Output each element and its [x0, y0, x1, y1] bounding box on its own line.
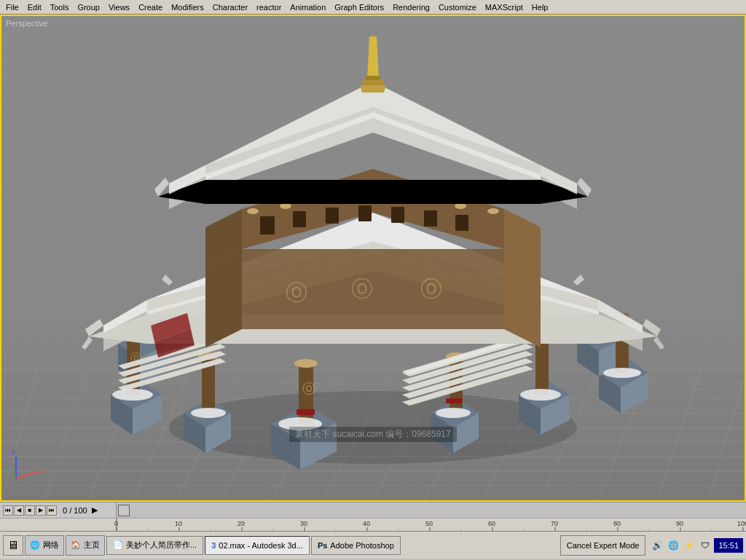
photoshop-label: Adobe Photoshop: [330, 541, 393, 550]
svg-point-139: [436, 408, 471, 418]
max-icon: 3: [211, 541, 216, 550]
svg-marker-126: [242, 249, 504, 329]
menu-graph-editors[interactable]: Graph Editors: [330, 1, 388, 13]
ruler-svg: 0 10 20 30 40 50 60 70 80: [0, 518, 746, 531]
home-item[interactable]: 🏠 主页: [66, 535, 105, 556]
menu-character[interactable]: Character: [208, 1, 252, 13]
menu-file[interactable]: File: [1, 1, 23, 13]
taskbar: 🖥 🌐 网络 🏠 主页 📄 美妙个人简历带作... 3 02.max - Aut…: [0, 531, 746, 559]
start-icon[interactable]: 🖥: [3, 535, 23, 556]
tray-icon-1[interactable]: 🔊: [650, 538, 664, 553]
svg-rect-99: [326, 208, 339, 224]
svg-marker-115: [158, 180, 588, 204]
menu-customize[interactable]: Customize: [434, 1, 481, 13]
menu-animation[interactable]: Animation: [286, 1, 330, 13]
svg-point-141: [603, 368, 641, 378]
menu-bar: File Edit Tools Group Views Create Modif…: [0, 0, 746, 15]
svg-rect-97: [260, 216, 275, 234]
svg-rect-98: [293, 211, 306, 227]
menu-group[interactable]: Group: [73, 1, 104, 13]
photoshop-taskbar-btn[interactable]: Ps Adobe Photoshop: [311, 536, 401, 555]
menu-help[interactable]: Help: [527, 1, 553, 13]
personal-icon: 📄: [113, 540, 123, 550]
personal-taskbar-btn[interactable]: 📄 美妙个人简历带作...: [106, 536, 203, 555]
timeline-track[interactable]: [117, 502, 746, 518]
max-label: 02.max - Autodesk 3d...: [219, 541, 303, 550]
stop-button[interactable]: ■: [25, 505, 35, 516]
cancel-expert-label: Cancel Expert Mode: [567, 541, 640, 550]
svg-point-136: [112, 389, 153, 401]
menu-modifiers[interactable]: Modifiers: [167, 1, 208, 13]
svg-marker-125: [360, 85, 386, 92]
personal-label: 美妙个人简历带作...: [126, 540, 197, 551]
svg-line-146: [10, 473, 16, 478]
play-forward-button[interactable]: ▶: [36, 505, 46, 516]
play-back-button[interactable]: ◀: [14, 505, 24, 516]
prev-frame-button[interactable]: ⏮: [3, 505, 13, 516]
next-frame-button[interactable]: ⏭: [47, 505, 57, 516]
menu-maxscript[interactable]: MAXScript: [481, 1, 527, 13]
scene-canvas[interactable]: ⓞ ⓞ: [1, 16, 745, 500]
max-taskbar-btn[interactable]: 3 02.max - Autodesk 3d...: [205, 536, 310, 555]
menu-tools[interactable]: Tools: [46, 1, 74, 13]
svg-text:ⓞ: ⓞ: [351, 277, 373, 301]
taskbar-items: 🌐 网络 🏠 主页 📄 美妙个人简历带作... 3 02.max - Autod…: [25, 535, 559, 556]
viewport-label: Perspective: [6, 19, 47, 28]
svg-text:10: 10: [175, 520, 182, 527]
menu-create[interactable]: Create: [134, 1, 167, 13]
playback-controls: ⏮ ◀ ■ ▶ ⏭: [3, 505, 57, 516]
svg-text:0: 0: [114, 520, 118, 527]
svg-text:20: 20: [237, 520, 245, 527]
svg-text:90: 90: [676, 520, 683, 527]
clock-display: 15:51: [714, 538, 743, 553]
svg-text:30: 30: [300, 520, 307, 527]
photoshop-icon: Ps: [318, 541, 327, 550]
svg-rect-100: [358, 205, 372, 221]
timeline-arrow[interactable]: ▶: [90, 505, 99, 515]
tray-icon-4[interactable]: 🛡: [698, 538, 712, 553]
network-icon: 🌐: [30, 540, 40, 550]
svg-rect-101: [391, 207, 404, 223]
tray-icon-2[interactable]: 🌐: [666, 538, 680, 553]
svg-point-104: [247, 208, 259, 214]
svg-text:X: X: [39, 468, 44, 475]
svg-rect-148: [0, 518, 746, 531]
svg-point-105: [280, 203, 291, 209]
timeline-slider[interactable]: [118, 505, 130, 516]
svg-marker-122: [367, 36, 379, 78]
coordinate-axes: X Y Z: [9, 449, 45, 486]
svg-point-107: [455, 203, 466, 209]
menu-reactor[interactable]: reactor: [252, 1, 286, 13]
svg-line-142: [16, 471, 38, 478]
network-item[interactable]: 🌐 网络: [25, 535, 64, 556]
svg-marker-87: [82, 336, 93, 350]
svg-text:100: 100: [737, 520, 746, 527]
svg-text:ⓞ: ⓞ: [420, 277, 442, 301]
svg-text:80: 80: [613, 520, 621, 527]
svg-marker-90: [573, 275, 584, 285]
home-icon: 🏠: [71, 540, 81, 550]
svg-marker-88: [653, 336, 664, 350]
network-label: 网络: [43, 540, 59, 551]
svg-text:50: 50: [425, 520, 433, 527]
svg-point-137: [191, 408, 226, 418]
frame-counter: 0 / 100: [60, 506, 90, 515]
viewport-container: Perspective: [0, 15, 746, 502]
svg-rect-135: [446, 398, 462, 403]
svg-rect-134: [297, 409, 315, 415]
cancel-expert-mode-button[interactable]: Cancel Expert Mode: [560, 535, 646, 556]
menu-views[interactable]: Views: [104, 1, 134, 13]
svg-text:ⓞ: ⓞ: [302, 382, 315, 396]
tray-icon-3[interactable]: ⚡: [682, 538, 696, 553]
menu-edit[interactable]: Edit: [23, 1, 46, 13]
timeline-bar: ⏮ ◀ ■ ▶ ⏭ 0 / 100 ▶: [0, 502, 746, 518]
svg-text:Y: Y: [12, 449, 16, 457]
svg-point-58: [294, 359, 318, 368]
building-svg: ⓞ ⓞ: [16, 23, 730, 489]
home-label: 主页: [84, 540, 100, 551]
svg-marker-89: [162, 275, 173, 285]
menu-rendering[interactable]: Rendering: [388, 1, 434, 13]
svg-text:ⓞ: ⓞ: [286, 280, 307, 304]
svg-point-138: [278, 417, 322, 430]
svg-text:70: 70: [551, 520, 558, 527]
